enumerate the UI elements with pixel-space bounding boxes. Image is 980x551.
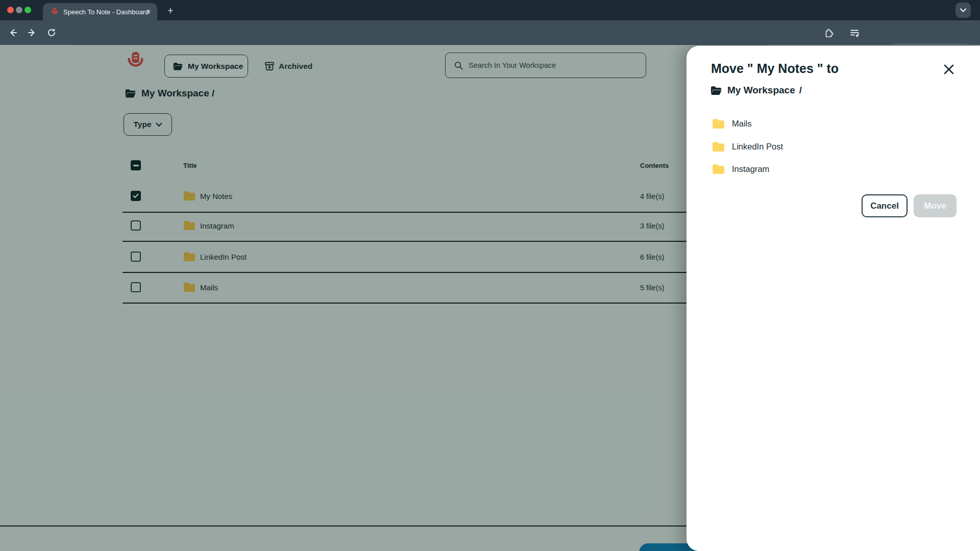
folder-icon	[712, 164, 725, 174]
location-label: My Workspace	[727, 85, 795, 96]
browser-tab[interactable]: Speech To Note - Dashboard ✕	[43, 3, 157, 20]
folder-option-label: Instagram	[732, 164, 769, 174]
dialog-folder-option[interactable]: Mails	[712, 116, 752, 131]
browser-toolbar: speechtonote.com/my-workspace ☆ S f?	[0, 20, 980, 45]
back-button[interactable]	[7, 27, 18, 38]
macos-close-button[interactable]	[7, 7, 14, 13]
browser-tab-bar: Speech To Note - Dashboard ✕ +	[0, 0, 980, 20]
site-favicon-mic-icon	[51, 8, 59, 16]
tab-search-button[interactable]	[955, 3, 971, 18]
dialog-current-location: My Workspace /	[710, 85, 802, 96]
close-icon	[943, 64, 954, 75]
tab-close-icon[interactable]: ✕	[144, 8, 153, 16]
dialog-title: Move " My Notes " to	[711, 61, 839, 76]
chevron-down-icon	[960, 8, 966, 12]
new-tab-button[interactable]: +	[163, 4, 178, 18]
move-dialog: Move " My Notes " to My Workspace / Mail…	[687, 46, 980, 551]
dialog-folder-option[interactable]: LinkedIn Post	[712, 139, 783, 154]
folder-icon	[712, 118, 725, 129]
folder-option-label: LinkedIn Post	[732, 142, 783, 152]
folder-option-label: Mails	[732, 119, 752, 129]
folder-open-icon	[710, 86, 722, 95]
location-separator: /	[799, 85, 802, 96]
folder-icon	[712, 141, 725, 152]
dialog-folder-option[interactable]: Instagram	[712, 161, 769, 177]
reading-list-icon[interactable]	[849, 28, 861, 39]
page-viewport: My Workspace Archived	[0, 45, 980, 551]
macos-zoom-button[interactable]	[24, 7, 31, 13]
reload-button[interactable]	[46, 27, 57, 38]
extensions-puzzle-icon[interactable]	[824, 28, 835, 39]
dialog-close-button[interactable]	[942, 62, 956, 77]
cancel-button[interactable]: Cancel	[862, 194, 908, 217]
forward-button[interactable]	[27, 27, 38, 38]
move-button[interactable]: Move	[914, 194, 957, 217]
macos-minimize-button[interactable]	[16, 7, 22, 13]
screen: Speech To Note - Dashboard ✕ +	[0, 0, 980, 551]
tab-title: Speech To Note - Dashboard	[63, 8, 149, 16]
